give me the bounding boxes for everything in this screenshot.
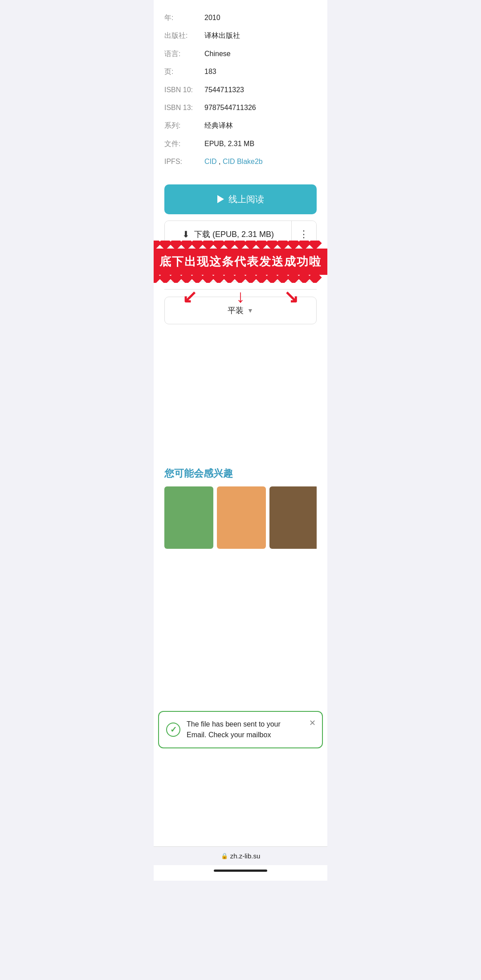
file-row: 文件: EPUB, 2.31 MB	[164, 135, 317, 153]
download-label: 下载 (EPUB, 2.31 MB)	[194, 229, 274, 240]
pb-icon: PB	[250, 263, 261, 273]
series-value: 经典译林	[204, 117, 317, 135]
isbn13-label: ISBN 13:	[164, 99, 204, 117]
download-button[interactable]: ⬇ 下载 (EPUB, 2.31 MB)	[165, 221, 291, 248]
check-circle: ✓	[166, 723, 180, 737]
page-content: 年: 2010 出版社: 译林出版社 语言: Chinese 页: 183 IS…	[154, 0, 327, 846]
cid-link[interactable]: CID	[204, 158, 217, 165]
more-options-button[interactable]: ⋮	[291, 221, 316, 248]
isbn13-row: ISBN 13: 9787544711326	[164, 99, 317, 117]
ellipsis-icon: ⋮	[299, 229, 310, 240]
read-online-label: 线上阅读	[228, 193, 264, 205]
series-label: 系列:	[164, 117, 204, 135]
play-icon	[217, 195, 224, 203]
isbn10-label: ISBN 10:	[164, 81, 204, 99]
thumbnail-1	[164, 486, 213, 549]
language-value: Chinese	[204, 45, 317, 63]
publisher-value: 译林出版社	[204, 27, 317, 45]
pages-value: 183	[204, 63, 317, 81]
toast-close-button[interactable]: ✕	[309, 718, 316, 728]
language-label: 语言:	[164, 45, 204, 63]
year-row: 年: 2010	[164, 9, 317, 27]
ipfs-links: CID , CID Blake2b	[204, 153, 317, 171]
url-text: zh.z-lib.su	[230, 852, 261, 860]
toast-line1: The file has been sent to your	[187, 720, 281, 728]
publisher-row: 出版社: 译林出版社	[164, 27, 317, 45]
chevron-down-icon: ▼	[273, 265, 279, 272]
email-icon: ✉	[232, 263, 238, 273]
amazon-icon: a	[263, 263, 268, 273]
download-row: ⬇ 下载 (EPUB, 2.31 MB) ⋮	[164, 220, 317, 248]
browser-bar: 🔒 zh.z-lib.su	[154, 846, 327, 865]
paperback-chevron-icon: ▼	[247, 307, 253, 314]
isbn10-value: 7544711323	[204, 81, 317, 99]
browser-url-display: 🔒 zh.z-lib.su	[221, 852, 261, 860]
diamond	[154, 275, 162, 283]
you-may-like-link[interactable]: 您可能会感兴趣	[164, 467, 317, 480]
year-label: 年:	[164, 9, 204, 27]
ipfs-row: IPFS: CID , CID Blake2b	[164, 153, 317, 171]
isbn13-value: 9787544711326	[204, 99, 317, 117]
ipfs-separator: ,	[219, 158, 223, 165]
diamond	[154, 241, 162, 249]
cid-blake2b-link[interactable]: CID Blake2b	[223, 158, 263, 165]
publisher-label: 出版社:	[164, 27, 204, 45]
file-label: 文件:	[164, 135, 204, 153]
thumbnail-2	[217, 486, 266, 549]
language-row: 语言: Chinese	[164, 45, 317, 63]
send-to-button[interactable]: 发送到 ✉ △ PB a ▼	[164, 254, 317, 282]
download-icon: ⬇	[182, 229, 190, 240]
isbn10-row: ISBN 10: 7544711323	[164, 81, 317, 99]
paperback-label: 平装	[228, 305, 244, 316]
dropbox-icon: △	[241, 263, 247, 273]
toast-line2: Email. Check your mailbox	[187, 731, 271, 739]
toast-message: The file has been sent to your Email. Ch…	[187, 719, 281, 740]
book-info-table: 年: 2010 出版社: 译林出版社 语言: Chinese 页: 183 IS…	[164, 9, 317, 171]
home-bar	[214, 870, 267, 872]
check-icon: ✓	[170, 725, 177, 735]
year-value: 2010	[204, 9, 317, 27]
divider	[164, 289, 317, 290]
send-icons: ✉ △ PB a	[232, 263, 268, 273]
thumbnail-3	[269, 486, 317, 549]
ipfs-label: IPFS:	[164, 153, 204, 171]
read-online-button[interactable]: 线上阅读	[164, 184, 317, 214]
pages-label: 页:	[164, 63, 204, 81]
thumbnails-row	[164, 486, 317, 549]
file-value: EPUB, 2.31 MB	[204, 135, 317, 153]
lock-icon: 🔒	[221, 853, 228, 859]
series-row: 系列: 经典译林	[164, 117, 317, 135]
send-to-label: 发送到	[202, 263, 226, 274]
pages-row: 页: 183	[164, 63, 317, 81]
success-toast: ✓ The file has been sent to your Email. …	[158, 711, 323, 748]
paperback-button[interactable]: 平装 ▼	[164, 297, 317, 324]
home-indicator	[154, 865, 327, 881]
